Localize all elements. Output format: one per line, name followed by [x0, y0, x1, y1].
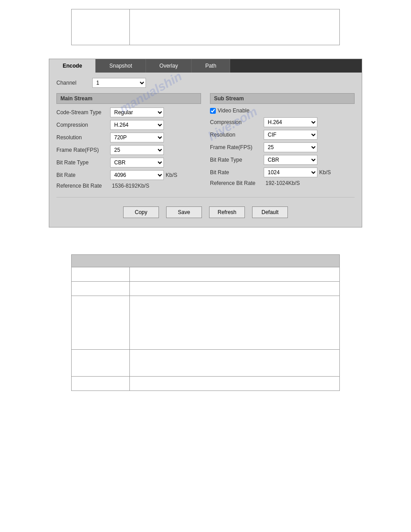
main-resolution-row: Resolution 720P: [56, 133, 201, 142]
main-compression-select[interactable]: H.264: [110, 120, 164, 130]
main-bitrate-type-row: Bit Rate Type CBR: [56, 158, 201, 167]
refresh-button[interactable]: Refresh: [209, 206, 245, 218]
sub-compression-label: Compression: [210, 119, 264, 125]
tab-path[interactable]: Path: [192, 59, 230, 73]
bottom-row1-col2: [130, 267, 340, 282]
main-bitrate-select[interactable]: 4096: [110, 170, 164, 180]
bottom-row1-col1: [72, 267, 130, 282]
sub-framerate-select[interactable]: 25: [264, 142, 317, 152]
main-bitrate-row: Bit Rate 4096 Kb/S: [56, 170, 201, 180]
channel-select[interactable]: 1: [92, 78, 146, 88]
default-button[interactable]: Default: [252, 206, 288, 218]
panel-divider: [56, 197, 355, 197]
sub-stream-section: Sub Stream Video Enable Compression H.26…: [210, 93, 355, 192]
sub-ref-bitrate-label: Reference Bit Rate: [210, 180, 264, 186]
main-bitrate-label: Bit Rate: [56, 172, 110, 178]
sub-framerate-label: Frame Rate(FPS): [210, 144, 264, 150]
copy-button[interactable]: Copy: [123, 206, 159, 218]
tab-encode[interactable]: Encode: [49, 59, 96, 73]
sub-bitrate-type-row: Bit Rate Type CBR: [210, 155, 355, 165]
main-bitrate-unit: Kb/S: [166, 172, 177, 178]
bottom-row2-col1: [72, 282, 130, 296]
video-enable-row: Video Enable: [210, 107, 355, 114]
main-resolution-select[interactable]: 720P: [110, 133, 164, 142]
video-enable-checkbox[interactable]: [210, 108, 216, 114]
video-enable-label: Video Enable: [218, 107, 249, 114]
tabs-container: Encode Snapshot Overlay Path: [49, 59, 362, 73]
bottom-table: [71, 254, 340, 391]
main-bitrate-type-label: Bit Rate Type: [56, 159, 110, 166]
tab-overlay[interactable]: Overlay: [146, 59, 192, 73]
sub-resolution-select[interactable]: CIF: [264, 130, 317, 140]
main-resolution-label: Resolution: [56, 134, 110, 141]
streams-container: Main Stream Code-Stream Type Regular Com…: [56, 93, 355, 192]
top-table: [71, 9, 340, 45]
bottom-row4-col2: [130, 350, 340, 377]
channel-row: Channel 1: [56, 78, 355, 88]
tab-snapshot[interactable]: Snapshot: [96, 59, 146, 73]
main-bitrate-type-select[interactable]: CBR: [110, 158, 164, 167]
encode-panel-wrapper: manualshin hive.com Encode Snapshot Over…: [49, 59, 362, 241]
main-stream-section: Main Stream Code-Stream Type Regular Com…: [56, 93, 201, 192]
encode-panel: Encode Snapshot Overlay Path Channel 1 M…: [49, 59, 362, 227]
main-compression-row: Compression H.264: [56, 120, 201, 130]
top-table-cell2: [130, 9, 340, 45]
sub-resolution-label: Resolution: [210, 132, 264, 138]
sub-bitrate-type-label: Bit Rate Type: [210, 157, 264, 163]
sub-framerate-row: Frame Rate(FPS) 25: [210, 142, 355, 152]
buttons-row: Copy Save Refresh Default: [56, 203, 355, 222]
main-framerate-label: Frame Rate(FPS): [56, 147, 110, 153]
main-compression-label: Compression: [56, 122, 110, 128]
main-code-stream-type-label: Code-Stream Type: [56, 109, 110, 116]
main-framerate-row: Frame Rate(FPS) 25: [56, 145, 201, 155]
bottom-row5-col1: [72, 377, 130, 391]
sub-resolution-row: Resolution CIF: [210, 130, 355, 140]
main-ref-bitrate-value: 1536-8192Kb/S: [112, 183, 149, 189]
bottom-table-header: [72, 255, 340, 267]
main-code-stream-type-row: Code-Stream Type Regular: [56, 107, 201, 117]
bottom-row5-col2: [130, 377, 340, 391]
sub-bitrate-label: Bit Rate: [210, 169, 264, 176]
top-table-cell1: [72, 9, 130, 45]
sub-stream-header: Sub Stream: [210, 93, 355, 104]
main-ref-bitrate-label: Reference Bit Rate: [56, 183, 110, 189]
main-code-stream-type-select[interactable]: Regular: [110, 107, 164, 117]
sub-bitrate-type-select[interactable]: CBR: [264, 155, 317, 165]
main-ref-bitrate-row: Reference Bit Rate 1536-8192Kb/S: [56, 183, 201, 189]
bottom-row3-col2: [130, 296, 340, 350]
save-button[interactable]: Save: [166, 206, 202, 218]
sub-ref-bitrate-value: 192-1024Kb/S: [265, 180, 300, 186]
bottom-row3-col1: [72, 296, 130, 350]
sub-compression-row: Compression H.264: [210, 117, 355, 127]
sub-bitrate-row: Bit Rate 1024 Kb/S: [210, 167, 355, 177]
main-stream-header: Main Stream: [56, 93, 201, 104]
sub-ref-bitrate-row: Reference Bit Rate 192-1024Kb/S: [210, 180, 355, 186]
bottom-row4-col1: [72, 350, 130, 377]
bottom-row2-col2: [130, 282, 340, 296]
main-framerate-select[interactable]: 25: [110, 145, 164, 155]
panel-body: Channel 1 Main Stream Code-Stream Type R…: [49, 73, 362, 227]
sub-bitrate-select[interactable]: 1024: [264, 167, 317, 177]
sub-compression-select[interactable]: H.264: [264, 117, 317, 127]
sub-bitrate-unit: Kb/S: [319, 169, 331, 176]
channel-label: Channel: [56, 80, 92, 86]
